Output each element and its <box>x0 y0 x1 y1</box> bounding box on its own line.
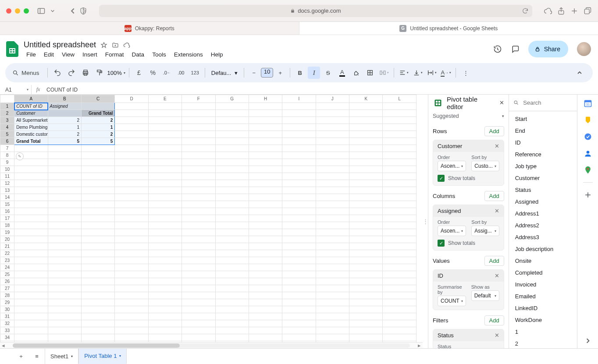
cell[interactable] <box>282 229 316 236</box>
cell[interactable] <box>249 208 282 215</box>
cell[interactable] <box>349 320 383 327</box>
cell[interactable] <box>115 236 148 243</box>
cell[interactable] <box>383 110 416 117</box>
cell[interactable] <box>215 208 249 215</box>
cell[interactable] <box>182 313 215 320</box>
cell[interactable] <box>215 215 249 222</box>
cell[interactable] <box>349 208 383 215</box>
menu-tools[interactable]: Tools <box>149 50 170 59</box>
cell[interactable] <box>249 215 282 222</box>
cell[interactable] <box>215 110 249 117</box>
cell[interactable] <box>81 243 114 250</box>
currency-icon[interactable]: £ <box>133 67 145 79</box>
row-header[interactable]: 28 <box>0 292 14 299</box>
cell[interactable] <box>249 243 282 250</box>
fill-color-icon[interactable] <box>350 67 362 79</box>
cell[interactable] <box>249 299 282 306</box>
cell[interactable] <box>215 271 249 278</box>
cell[interactable] <box>249 327 282 334</box>
cell[interactable] <box>148 194 182 201</box>
back-button[interactable] <box>69 7 76 14</box>
horizontal-scrollbar[interactable]: ◂ ▸ <box>0 342 423 348</box>
cell[interactable] <box>115 194 148 201</box>
row-header[interactable]: 6 <box>0 138 14 145</box>
field-item[interactable]: Status <box>509 184 577 196</box>
col-header[interactable]: H <box>249 95 282 103</box>
cell[interactable] <box>383 229 416 236</box>
row-header[interactable]: 9 <box>0 159 14 166</box>
cell[interactable] <box>349 110 383 117</box>
cell[interactable] <box>349 215 383 222</box>
cell[interactable] <box>215 320 249 327</box>
cell[interactable] <box>282 271 316 278</box>
cell[interactable] <box>383 194 416 201</box>
cell[interactable] <box>282 201 316 208</box>
cell[interactable] <box>182 166 215 173</box>
row-header[interactable]: 1 <box>0 103 14 110</box>
cell[interactable]: Domestic custom <box>14 131 48 138</box>
field-item[interactable]: 1 <box>509 326 577 338</box>
columns-chip[interactable]: Assigned ✕ Order Ascen... Sort by <box>433 205 504 251</box>
cell[interactable] <box>14 271 48 278</box>
cell[interactable] <box>81 313 114 320</box>
cell[interactable] <box>81 334 114 341</box>
cell[interactable]: All Supermarkets <box>14 117 48 124</box>
cell[interactable] <box>115 159 148 166</box>
sortby-select[interactable]: Custo... <box>471 161 499 171</box>
field-item[interactable]: Invoiced <box>509 279 577 290</box>
row-header[interactable]: 31 <box>0 313 14 320</box>
cell[interactable] <box>383 159 416 166</box>
remove-chip-icon[interactable]: ✕ <box>495 332 499 339</box>
cell[interactable] <box>215 159 249 166</box>
cell[interactable] <box>14 299 48 306</box>
remove-chip-icon[interactable]: ✕ <box>495 143 499 149</box>
cell[interactable] <box>249 173 282 180</box>
cell[interactable] <box>316 320 349 327</box>
cell[interactable] <box>14 236 48 243</box>
cell[interactable] <box>115 313 148 320</box>
cell[interactable] <box>81 159 114 166</box>
cell[interactable] <box>81 208 114 215</box>
row-header[interactable]: 22 <box>0 250 14 257</box>
cell[interactable] <box>349 278 383 285</box>
cell[interactable] <box>215 264 249 271</box>
horizontal-align-icon[interactable] <box>398 67 410 79</box>
cell[interactable] <box>282 145 316 152</box>
cell[interactable]: 2 <box>48 117 81 124</box>
cell[interactable] <box>182 173 215 180</box>
col-header[interactable]: C <box>81 95 114 103</box>
cell[interactable] <box>81 194 114 201</box>
cell[interactable] <box>383 264 416 271</box>
cell[interactable] <box>148 138 182 145</box>
star-icon[interactable] <box>100 42 107 49</box>
menu-view[interactable]: View <box>58 50 78 59</box>
cell[interactable] <box>349 117 383 124</box>
col-header[interactable]: I <box>282 95 316 103</box>
cell[interactable] <box>48 152 81 159</box>
cell[interactable] <box>249 236 282 243</box>
field-item[interactable]: Assigned <box>509 196 577 208</box>
cell[interactable] <box>349 271 383 278</box>
cell[interactable] <box>115 250 148 257</box>
cell[interactable] <box>383 292 416 299</box>
cell[interactable] <box>316 278 349 285</box>
cell[interactable] <box>115 166 148 173</box>
cell[interactable] <box>215 278 249 285</box>
new-tab-icon[interactable] <box>570 7 579 15</box>
add-values-button[interactable]: Add <box>484 256 504 266</box>
increase-font-size-icon[interactable]: + <box>274 67 286 79</box>
cell[interactable] <box>282 257 316 264</box>
cell[interactable] <box>383 334 416 341</box>
cell[interactable] <box>148 110 182 117</box>
cell[interactable] <box>14 278 48 285</box>
add-rows-button[interactable]: Add <box>484 126 504 136</box>
cell[interactable] <box>115 152 148 159</box>
field-item[interactable]: Start <box>509 113 577 125</box>
formula-content[interactable]: COUNT of ID <box>45 87 78 93</box>
increase-decimal-icon[interactable]: .00 <box>175 67 187 79</box>
cell[interactable] <box>182 215 215 222</box>
cell[interactable] <box>81 173 114 180</box>
add-columns-button[interactable]: Add <box>484 191 504 201</box>
cell[interactable] <box>383 271 416 278</box>
cell[interactable] <box>316 117 349 124</box>
